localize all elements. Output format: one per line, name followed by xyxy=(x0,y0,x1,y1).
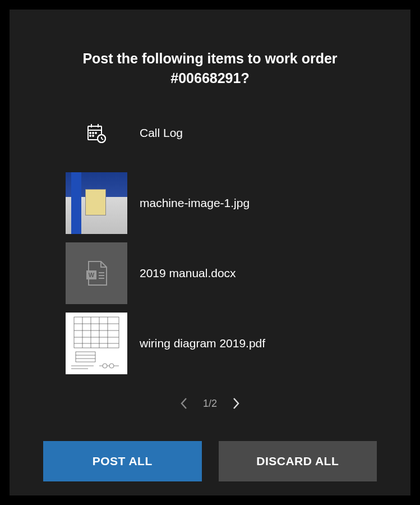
discard-all-button[interactable]: DISCARD ALL xyxy=(219,441,377,481)
calendar-clock-icon xyxy=(86,123,107,143)
svg-point-4 xyxy=(90,132,91,134)
list-item[interactable]: W 2019 manual.docx xyxy=(66,242,377,304)
diagram-thumbnail xyxy=(66,313,127,374)
pagination: 1/2 xyxy=(43,397,377,410)
svg-text:W: W xyxy=(89,272,95,278)
svg-point-6 xyxy=(95,132,96,134)
dialog-title-line2: #00668291? xyxy=(170,70,249,86)
chevron-right-icon xyxy=(232,397,241,410)
svg-point-8 xyxy=(93,135,94,136)
word-doc-icon: W xyxy=(66,242,127,304)
post-items-dialog: Post the following items to work order #… xyxy=(10,10,410,495)
chevron-left-icon xyxy=(179,397,188,410)
post-all-button[interactable]: POST ALL xyxy=(43,441,202,481)
image-thumbnail xyxy=(66,172,127,234)
svg-point-7 xyxy=(90,135,91,136)
item-label: wiring diagram 2019.pdf xyxy=(140,337,265,350)
dialog-title-line1: Post the following items to work order xyxy=(82,50,337,66)
item-thumbnail xyxy=(66,122,127,144)
item-thumbnail xyxy=(66,172,127,234)
next-page-button[interactable] xyxy=(229,397,243,410)
items-list: Call Log machine-image-1.jpg W xyxy=(43,122,377,383)
dialog-title: Post the following items to work order #… xyxy=(43,49,377,88)
list-item[interactable]: wiring diagram 2019.pdf xyxy=(66,313,377,374)
item-thumbnail: W xyxy=(66,242,127,304)
dialog-buttons: POST ALL DISCARD ALL xyxy=(43,441,377,481)
page-indicator: 1/2 xyxy=(203,398,217,410)
item-label: 2019 manual.docx xyxy=(140,267,236,280)
item-label: Call Log xyxy=(140,126,183,140)
item-label: machine-image-1.jpg xyxy=(140,196,250,210)
svg-point-5 xyxy=(93,132,94,134)
list-item[interactable]: machine-image-1.jpg xyxy=(66,172,377,234)
list-item[interactable]: Call Log xyxy=(66,122,377,144)
prev-page-button[interactable] xyxy=(177,397,191,410)
item-thumbnail xyxy=(66,313,127,374)
